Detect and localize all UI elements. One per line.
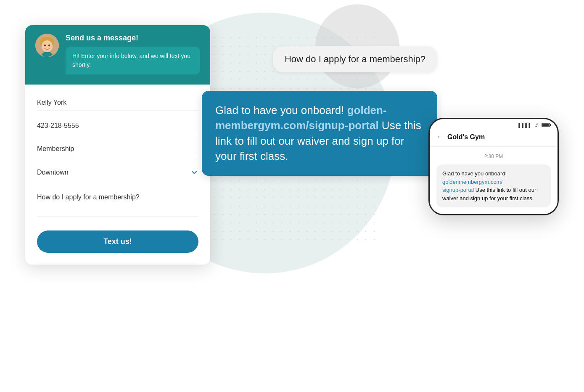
- wifi-icon: [533, 123, 539, 127]
- svg-point-4: [48, 45, 50, 47]
- chat-widget: Send us a message! Hi! Enter your info b…: [25, 25, 210, 265]
- location-dropdown[interactable]: Downtown: [37, 164, 198, 181]
- sms-bubble: Glad to have you onboard! goldenmembergy…: [436, 164, 551, 207]
- chat-header: Send us a message! Hi! Enter your info b…: [25, 25, 210, 85]
- avatar: [35, 34, 59, 57]
- center-chat-area: How do I apply for a membership? Glad to…: [202, 46, 437, 176]
- svg-point-3: [44, 45, 46, 47]
- battery-icon: [542, 122, 551, 127]
- sms-text-part1: Glad to have you onboard!: [442, 170, 507, 177]
- chat-header-title: Send us a message!: [66, 34, 200, 42]
- chat-header-content: Send us a message! Hi! Enter your info b…: [66, 34, 200, 74]
- name-input[interactable]: [37, 95, 198, 111]
- chevron-down-icon: [190, 168, 198, 177]
- svg-rect-7: [542, 124, 549, 127]
- bot-message-part1: Glad to have you onboard!: [215, 104, 347, 117]
- interest-input[interactable]: [37, 141, 198, 157]
- phone-header: ← Gold's Gym: [430, 129, 558, 147]
- back-arrow-icon[interactable]: ←: [436, 132, 444, 141]
- phone-status-bar: ▐▐▐▐: [430, 119, 558, 129]
- location-label: Downtown: [37, 169, 69, 176]
- svg-point-2: [42, 40, 53, 52]
- signal-icon: ▐▐▐▐: [517, 123, 531, 127]
- svg-rect-6: [550, 124, 551, 126]
- phone-body: 2:30 PM Glad to have you onboard! golden…: [430, 147, 558, 214]
- phone-timestamp: 2:30 PM: [436, 154, 551, 159]
- chat-form: Downtown How do I apply for a membership…: [25, 85, 210, 265]
- phone-mockup: ▐▐▐▐ ← Gold's Gym 2:30 PM Glad to have y…: [428, 118, 559, 215]
- phone-input[interactable]: [37, 118, 198, 134]
- text-us-button[interactable]: Text us!: [37, 230, 198, 253]
- message-input[interactable]: How do I apply for a membership?: [37, 188, 198, 217]
- bot-message: Glad to have you onboard! golden-memberg…: [202, 91, 437, 176]
- contact-name: Gold's Gym: [447, 133, 485, 141]
- welcome-bubble: Hi! Enter your info below, and we will t…: [66, 47, 200, 74]
- user-message: How do I apply for a membership?: [273, 46, 437, 72]
